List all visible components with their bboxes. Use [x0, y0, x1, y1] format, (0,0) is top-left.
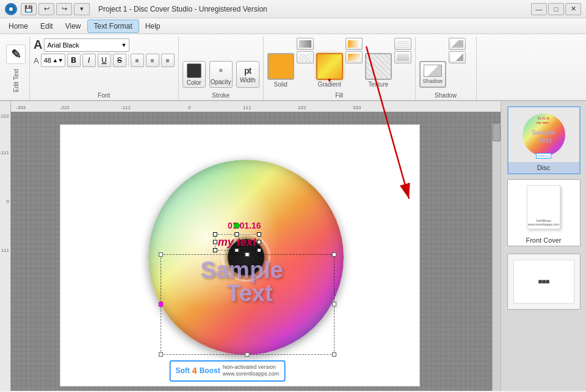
- ruler-mark: -222: [60, 105, 70, 110]
- font-selector[interactable]: Arial Black ▼: [44, 38, 129, 52]
- large-handle-br[interactable]: [332, 352, 336, 357]
- menu-edit[interactable]: Edit: [34, 20, 59, 32]
- undo-quick-btn[interactable]: ↩: [38, 3, 54, 15]
- shadow-sub-btn-2[interactable]: [449, 51, 466, 63]
- fill-gradient-button[interactable]: [316, 53, 343, 80]
- menu-home[interactable]: Home: [2, 20, 34, 32]
- selection-handle-tl[interactable]: [213, 232, 217, 237]
- large-handle-bl[interactable]: [159, 352, 163, 357]
- shadow-group-label: Shadow: [416, 92, 476, 99]
- font-size-input[interactable]: 48 ▲▼: [41, 54, 65, 67]
- separator: [128, 54, 129, 66]
- edit-text-icon: ✎: [6, 45, 26, 64]
- ruler-mark: 111: [243, 105, 251, 110]
- ribbon-font-group: A Arial Black ▼ A 48 ▲▼ B I U S ≡ ≡: [30, 37, 179, 100]
- thumb-cover: Soft4Boostwww.sorentloapps.com: [508, 180, 580, 235]
- ruler-mark-v: 111: [1, 248, 9, 253]
- fill-texture-button[interactable]: [365, 53, 392, 80]
- ruler-mark-v: -222: [0, 113, 9, 119]
- stroke-group-label: Stroke: [179, 92, 263, 99]
- ruler-mark-v: 0: [7, 199, 9, 204]
- large-handle-bm[interactable]: [245, 352, 250, 357]
- shadow-button[interactable]: Shadow: [419, 61, 446, 88]
- quick-access-dropdown[interactable]: ▾: [74, 3, 90, 15]
- panel-booklet-thumbnail[interactable]: ⬛⬛⬛: [507, 254, 581, 310]
- disc-thumbnail-label: Disc: [508, 162, 579, 173]
- canvas-area: -333 -222 -111 0 111 222 333 -222 -111 0…: [0, 101, 501, 391]
- large-handle-tl[interactable]: [159, 252, 163, 257]
- stroke-width-label: Width: [240, 77, 256, 84]
- thumb-text: Text: [538, 137, 552, 144]
- fill-solid-button[interactable]: [267, 53, 294, 80]
- font-a-large: A: [34, 38, 42, 52]
- stroke-color-label: Color: [187, 79, 201, 86]
- disc-mytext[interactable]: my text: [215, 234, 259, 251]
- selection-handle-br[interactable]: [257, 248, 261, 252]
- vertical-scrollbar[interactable]: [492, 123, 501, 391]
- panel-disc-thumbnail[interactable]: 01.01.16 my text Sample Text Soft4Boost …: [507, 106, 581, 174]
- large-handle-tr[interactable]: [332, 252, 336, 257]
- magenta-handle[interactable]: [159, 302, 163, 307]
- italic-button[interactable]: I: [82, 54, 96, 67]
- panel-frontcover-thumbnail[interactable]: Soft4Boostwww.sorentloapps.com Front Cov…: [507, 179, 581, 246]
- close-btn[interactable]: ✕: [565, 3, 581, 15]
- fill-gradient-sub-btn-2[interactable]: [345, 51, 363, 63]
- watermark-number: 4: [192, 366, 197, 376]
- large-selection-box[interactable]: [161, 254, 335, 355]
- thumb-date: 01.01.16: [538, 116, 549, 120]
- disc-element[interactable]: 01.01.16 my text: [148, 160, 344, 355]
- scrollbar-thumb[interactable]: [493, 123, 501, 141]
- ruler-vertical: -222 -111 0 111: [0, 101, 11, 391]
- selection-handle-bl[interactable]: [213, 248, 217, 252]
- selection-rotate-handle[interactable]: [234, 223, 240, 229]
- redo-quick-btn[interactable]: ↪: [56, 3, 72, 15]
- save-quick-btn[interactable]: 💾: [21, 3, 37, 15]
- align-left-button[interactable]: ≡: [131, 54, 144, 67]
- stroke-width-button[interactable]: pt Width: [236, 61, 259, 88]
- stroke-color-button[interactable]: Color: [183, 61, 206, 88]
- title-bar-left: 💾 ↩ ↪ ▾ Project 1 - Disc Cover Studio - …: [5, 3, 267, 15]
- opacity-icon: ▪: [219, 63, 223, 77]
- selection-handle-bm[interactable]: [235, 248, 239, 252]
- stroke-opacity-button[interactable]: ▪ Opacity: [209, 61, 233, 88]
- strikethrough-icon: S: [117, 56, 122, 65]
- fill-texture-sub-btn-2[interactable]: [394, 51, 411, 63]
- italic-icon: I: [88, 56, 90, 65]
- large-handle-mr[interactable]: [332, 302, 336, 307]
- menu-textformat[interactable]: Text Format: [87, 20, 139, 33]
- maximize-btn[interactable]: □: [548, 3, 564, 15]
- fill-texture-sub-btn-1[interactable]: [394, 38, 411, 50]
- menu-view[interactable]: View: [59, 20, 87, 32]
- disc-date-text: 01.01.16: [228, 221, 261, 230]
- fill-texture-label: Texture: [368, 81, 388, 88]
- app-icon: [5, 3, 17, 15]
- align-center-button[interactable]: ≡: [146, 54, 159, 67]
- bold-button[interactable]: B: [67, 54, 81, 67]
- font-a-small: A: [34, 56, 39, 65]
- stroke-opacity-label: Opacity: [211, 79, 231, 85]
- underline-button[interactable]: U: [98, 54, 111, 67]
- watermark-line1: Non-activated version: [223, 364, 280, 371]
- strikethrough-button[interactable]: S: [113, 54, 126, 67]
- fill-gradient-sub-btn-1[interactable]: [345, 38, 363, 50]
- font-size-value: 48: [44, 57, 51, 64]
- selection-handle-tr[interactable]: [257, 232, 261, 237]
- ruler-mark: 0: [188, 105, 190, 110]
- fill-sub-btn-2[interactable]: [297, 51, 314, 63]
- align-right-button[interactable]: ≡: [161, 54, 175, 67]
- watermark: Soft 4 Boost Non-activated version www.s…: [170, 360, 286, 382]
- menu-help[interactable]: Help: [139, 20, 167, 32]
- ruler-mark-v: -111: [0, 150, 9, 155]
- font-size-arrows[interactable]: ▲▼: [52, 57, 63, 63]
- font-dropdown-arrow[interactable]: ▼: [121, 42, 127, 48]
- canvas-content[interactable]: 01.01.16 my text: [11, 112, 501, 391]
- selection-handle-tm[interactable]: [235, 232, 239, 237]
- selection-handle-mr[interactable]: [257, 240, 261, 244]
- large-handle-tm[interactable]: [245, 252, 250, 257]
- ribbon-shadow-group: Shadow Shadow: [416, 37, 477, 100]
- svg-point-1: [9, 7, 13, 11]
- fill-sub-btn-1[interactable]: [297, 38, 314, 50]
- minimize-btn[interactable]: —: [531, 3, 547, 15]
- selection-handle-ml[interactable]: [213, 240, 217, 244]
- shadow-sub-btn-1[interactable]: [449, 38, 466, 50]
